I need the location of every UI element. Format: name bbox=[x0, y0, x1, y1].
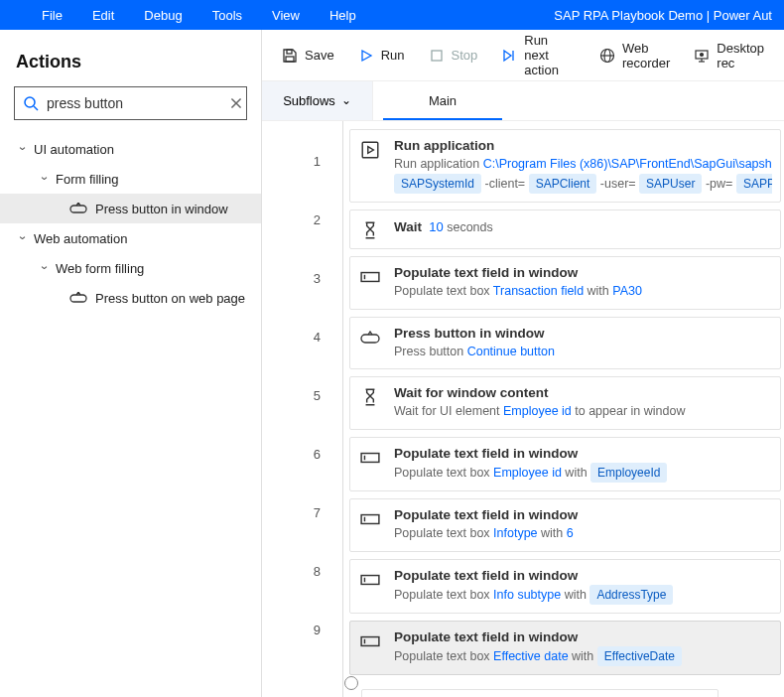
step-subtitle: Populate text box Transaction field with… bbox=[394, 282, 772, 301]
svg-point-0 bbox=[25, 97, 35, 107]
svg-line-1 bbox=[34, 106, 38, 110]
step-subtitle: Populate text box Effective date with Ef… bbox=[394, 646, 772, 666]
chevron-down-icon bbox=[17, 232, 34, 245]
line-number: 6 bbox=[262, 426, 342, 483]
actions-panel: Actions UI automation Form filling bbox=[0, 30, 262, 697]
chevron-down-icon: ⌄ bbox=[341, 93, 351, 107]
tab-main[interactable]: Main bbox=[373, 81, 512, 120]
step-title: Populate text field in window bbox=[394, 568, 772, 583]
desktop-icon bbox=[694, 48, 710, 64]
line-number: 5 bbox=[262, 367, 342, 424]
subflows-label: Subflows bbox=[283, 93, 335, 108]
tree-label: Web form filling bbox=[56, 261, 144, 276]
step-populate-text-field[interactable]: Populate text field in window Populate t… bbox=[349, 256, 781, 310]
subflows-dropdown[interactable]: Subflows ⌄ bbox=[262, 81, 373, 120]
svg-rect-6 bbox=[287, 50, 292, 54]
svg-rect-5 bbox=[70, 295, 86, 302]
step-subtitle: 10 bbox=[429, 219, 443, 234]
step-title: Press button in window bbox=[394, 326, 772, 341]
search-icon bbox=[23, 95, 39, 111]
menu-tools[interactable]: Tools bbox=[197, 8, 257, 23]
tree-press-button-on-web-page[interactable]: Press button on web page bbox=[0, 283, 261, 313]
globe-icon bbox=[599, 48, 615, 64]
save-icon bbox=[282, 48, 298, 64]
chevron-down-icon bbox=[39, 262, 56, 275]
step-populate-text-field[interactable]: Populate text field in window Populate t… bbox=[349, 498, 781, 552]
desktop-recorder-label: Desktop rec bbox=[717, 41, 764, 70]
tree-press-button-in-window[interactable]: Press button in window bbox=[0, 194, 261, 223]
menu-edit[interactable]: Edit bbox=[77, 8, 129, 23]
step-subtitle: Populate text box Info subtype with Addr… bbox=[394, 585, 772, 605]
run-next-button[interactable]: Run next action bbox=[489, 38, 588, 73]
step-populate-text-field[interactable]: Populate text field in window Populate t… bbox=[349, 621, 781, 675]
step-subtitle: Press button Continue button bbox=[394, 343, 772, 361]
menu-bar: File Edit Debug Tools View Help SAP RPA … bbox=[0, 0, 784, 30]
menu-view[interactable]: View bbox=[257, 8, 315, 23]
insert-marker bbox=[349, 682, 781, 683]
svg-rect-4 bbox=[70, 206, 86, 212]
step-press-button[interactable]: Press button in window Press button Cont… bbox=[349, 317, 781, 370]
tree-label: Web automation bbox=[34, 231, 127, 246]
step-populate-text-field[interactable]: Populate text field in window Populate t… bbox=[349, 559, 781, 614]
svg-point-18 bbox=[701, 53, 704, 56]
clear-search-icon[interactable] bbox=[228, 95, 244, 111]
chevron-down-icon bbox=[39, 173, 56, 186]
svg-marker-8 bbox=[362, 51, 371, 61]
search-input[interactable] bbox=[39, 95, 228, 111]
dragged-step-press-button[interactable]: Press button in window Press button in w… bbox=[361, 689, 719, 697]
search-field[interactable] bbox=[14, 86, 247, 120]
play-icon bbox=[358, 48, 374, 64]
line-number: 4 bbox=[262, 309, 342, 365]
step-title: Populate text field in window bbox=[394, 265, 772, 280]
step-title: Wait bbox=[394, 219, 422, 234]
press-button-icon bbox=[69, 292, 87, 304]
save-button[interactable]: Save bbox=[270, 38, 346, 73]
textbox-icon bbox=[360, 570, 380, 590]
step-icon bbox=[501, 48, 517, 64]
step-wait[interactable]: Wait 10 seconds bbox=[349, 209, 781, 249]
run-next-label: Run next action bbox=[524, 33, 576, 77]
step-subtitle: Populate text box Infotype with 6 bbox=[394, 524, 772, 543]
actions-tree: UI automation Form filling Press button … bbox=[0, 130, 261, 697]
press-button-icon bbox=[360, 328, 380, 348]
step-title: Populate text field in window bbox=[394, 507, 772, 522]
menu-debug[interactable]: Debug bbox=[129, 8, 196, 23]
line-number: 2 bbox=[262, 192, 342, 248]
chevron-down-icon bbox=[17, 143, 34, 156]
stop-icon bbox=[429, 48, 445, 64]
tree-web-automation[interactable]: Web automation bbox=[0, 223, 261, 253]
line-number: 9 bbox=[262, 602, 342, 658]
web-recorder-label: Web recorder bbox=[622, 41, 670, 70]
textbox-icon bbox=[360, 509, 380, 529]
textbox-icon bbox=[360, 267, 380, 287]
textbox-icon bbox=[360, 631, 380, 651]
step-subtitle: Wait for UI element Employee id to appea… bbox=[394, 402, 772, 421]
run-button[interactable]: Run bbox=[346, 38, 417, 73]
step-wait-for-window-content[interactable]: Wait for window content Wait for UI elem… bbox=[349, 376, 781, 430]
line-number: 7 bbox=[262, 485, 342, 541]
line-number: 3 bbox=[262, 250, 342, 307]
tree-web-form-filling[interactable]: Web form filling bbox=[0, 253, 261, 283]
window-title: SAP RPA Playbook Demo | Power Aut bbox=[554, 8, 772, 23]
steps-list: Run application Run application C:\Progr… bbox=[343, 121, 784, 697]
toolbar: Save Run Stop Run next action Web record… bbox=[262, 30, 784, 81]
web-recorder-button[interactable]: Web recorder bbox=[588, 38, 682, 73]
tree-label: Press button on web page bbox=[95, 291, 245, 306]
run-label: Run bbox=[381, 48, 405, 63]
stop-label: Stop bbox=[452, 48, 478, 63]
tree-label: Press button in window bbox=[95, 202, 228, 216]
desktop-recorder-button[interactable]: Desktop rec bbox=[682, 38, 776, 73]
line-number: 1 bbox=[262, 133, 342, 190]
svg-rect-9 bbox=[432, 51, 442, 61]
step-populate-text-field[interactable]: Populate text field in window Populate t… bbox=[349, 437, 781, 491]
step-title: Populate text field in window bbox=[394, 446, 772, 461]
save-label: Save bbox=[305, 48, 334, 63]
step-run-application[interactable]: Run application Run application C:\Progr… bbox=[349, 129, 781, 203]
menu-file[interactable]: File bbox=[12, 8, 77, 23]
tree-form-filling[interactable]: Form filling bbox=[0, 164, 261, 194]
svg-rect-7 bbox=[286, 57, 294, 62]
tree-ui-automation[interactable]: UI automation bbox=[0, 134, 261, 164]
svg-marker-20 bbox=[368, 147, 374, 154]
step-title: Populate text field in window bbox=[394, 629, 772, 644]
menu-help[interactable]: Help bbox=[315, 8, 371, 23]
